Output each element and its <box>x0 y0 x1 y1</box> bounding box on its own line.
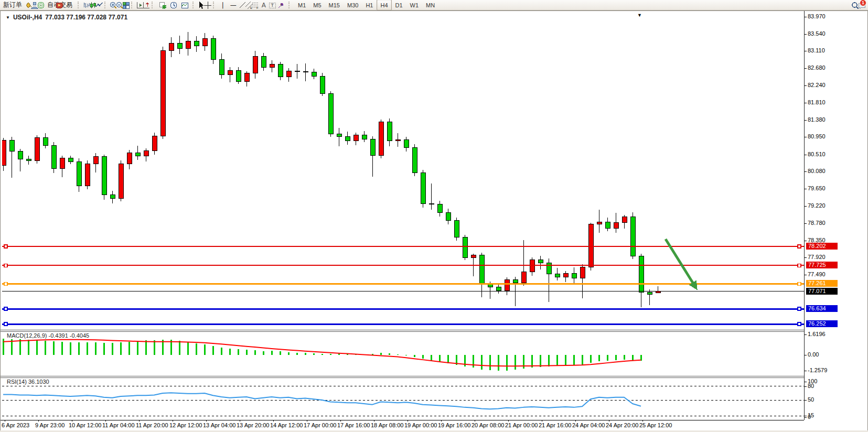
price-axis-tick <box>805 137 807 137</box>
panel-separator[interactable] <box>1 330 804 330</box>
line-handle <box>4 245 7 248</box>
macd-axis-tick <box>805 355 807 355</box>
candle-body <box>77 161 81 186</box>
price-axis-label: 78.780 <box>808 220 826 226</box>
price-axis-tick <box>805 17 807 17</box>
macd-axis-label: 1.6196 <box>808 331 826 337</box>
price-axis-label: 83.970 <box>808 13 826 19</box>
price-axis-label: 82.240 <box>808 82 826 88</box>
candle-body <box>261 57 266 68</box>
panel-separator[interactable] <box>1 376 804 376</box>
price-line-label: 76.252 <box>806 320 838 327</box>
macd-axis-tick <box>805 371 807 371</box>
candle-body <box>110 195 115 198</box>
timeframe-button-w1[interactable]: W1 <box>406 0 423 10</box>
time-axis-label: 21 Apr 00:00 <box>505 422 538 428</box>
time-axis-tick <box>38 420 39 422</box>
period-clock-icon[interactable]: ▼ <box>169 0 179 10</box>
line-handle <box>4 264 7 267</box>
candle-body <box>580 267 585 278</box>
time-axis-tick <box>5 420 5 422</box>
timeframe-button-m1[interactable]: M1 <box>294 0 309 10</box>
timeframe-button-h1[interactable]: H1 <box>362 0 377 10</box>
price-axis-tick <box>805 223 807 224</box>
time-axis-tick <box>240 420 240 422</box>
candle-body <box>563 274 568 277</box>
price-axis-tick <box>805 257 807 258</box>
candle-body <box>588 224 593 267</box>
price-axis-tick <box>805 155 807 155</box>
chat-notifications-button[interactable]: 1 <box>859 1 864 10</box>
text-icon[interactable]: A <box>259 0 269 10</box>
time-axis-label: 11 Apr 04:00 <box>102 422 135 428</box>
candle-body <box>505 280 509 291</box>
candle-body <box>219 59 224 74</box>
toolbar-right: 1 <box>852 1 865 10</box>
hline-icon[interactable]: — <box>228 0 239 10</box>
signal-icon[interactable] <box>38 0 44 10</box>
candle-body <box>194 41 199 46</box>
candle-body <box>169 43 174 50</box>
timeframe-button-m30[interactable]: M30 <box>344 0 362 10</box>
time-axis-tick <box>374 420 374 422</box>
trading-terminal: 新订单 自动交易 <box>0 0 868 432</box>
tile-windows-icon[interactable] <box>123 0 128 10</box>
fibo-icon[interactable]: F <box>253 0 258 10</box>
candle-body <box>437 204 442 213</box>
add-indicator-button[interactable]: ▼ <box>158 0 168 10</box>
timeframe-button-m5[interactable]: M5 <box>309 0 325 10</box>
candle-body <box>18 152 23 159</box>
time-axis-tick <box>105 420 106 422</box>
candle-body <box>387 122 392 141</box>
label-icon[interactable]: T <box>270 0 275 10</box>
candle-body <box>253 57 258 73</box>
price-axis-tick <box>805 241 807 241</box>
time-axis-label: 24 Apr 20:00 <box>606 422 638 428</box>
rsi-line <box>3 393 641 409</box>
macd-panel[interactable] <box>2 331 804 376</box>
macd-axis-tick <box>805 334 807 335</box>
candle-body <box>362 135 367 139</box>
time-axis-tick <box>139 420 140 422</box>
svg-text:F: F <box>256 6 259 9</box>
time-axis-label: 19 Apr 00:00 <box>404 422 437 428</box>
time-axis-label: 12 Apr 12:00 <box>169 422 202 428</box>
rsi-panel[interactable] <box>2 377 804 420</box>
price-axis-tick <box>805 34 807 35</box>
template-icon[interactable]: ▼ <box>180 0 190 10</box>
candle-body <box>353 135 358 141</box>
candle-body <box>337 134 341 137</box>
time-axis-label: 19 Apr 16:00 <box>438 422 470 428</box>
timeframe-button-d1[interactable]: D1 <box>392 0 406 10</box>
timeframe-button-m15[interactable]: M15 <box>325 0 344 10</box>
candle-body <box>144 150 148 156</box>
candle-body <box>471 255 476 257</box>
toolbar-grip <box>78 2 81 8</box>
arrows-icon[interactable]: ▼ <box>276 0 286 10</box>
time-axis-label: 6 Apr 2023 <box>2 422 29 428</box>
vline-icon[interactable]: | <box>219 0 227 10</box>
candle-body <box>93 157 98 164</box>
candle-body <box>68 158 73 162</box>
candlestick-chart[interactable] <box>2 12 804 330</box>
timeframe-bar: M1M5M15M30H1H4D1W1MN <box>294 0 438 10</box>
chart-shift-icon[interactable] <box>144 0 149 10</box>
candle-body <box>278 64 283 77</box>
time-axis-tick <box>307 420 307 422</box>
price-axis-divider[interactable] <box>804 11 805 420</box>
price-axis-label: 80.950 <box>808 133 826 139</box>
chart-line-icon[interactable] <box>97 0 102 10</box>
macd-axis-label: 0.00 <box>808 351 819 358</box>
candle-body <box>186 41 190 48</box>
time-axis-tick <box>642 420 643 422</box>
candle-body <box>630 217 635 256</box>
time-axis-label: 18 Apr 08:00 <box>371 422 403 428</box>
candle-body <box>43 137 48 145</box>
candle-body <box>530 260 534 272</box>
candle-body <box>228 71 232 75</box>
crosshair-icon[interactable] <box>205 0 210 10</box>
timeframe-button-h4[interactable]: H4 <box>377 0 391 10</box>
new-order-button[interactable]: 新订单 <box>1 0 25 10</box>
timeframe-button-mn[interactable]: MN <box>422 0 438 10</box>
auto-trading-button[interactable]: 自动交易 <box>45 0 75 10</box>
